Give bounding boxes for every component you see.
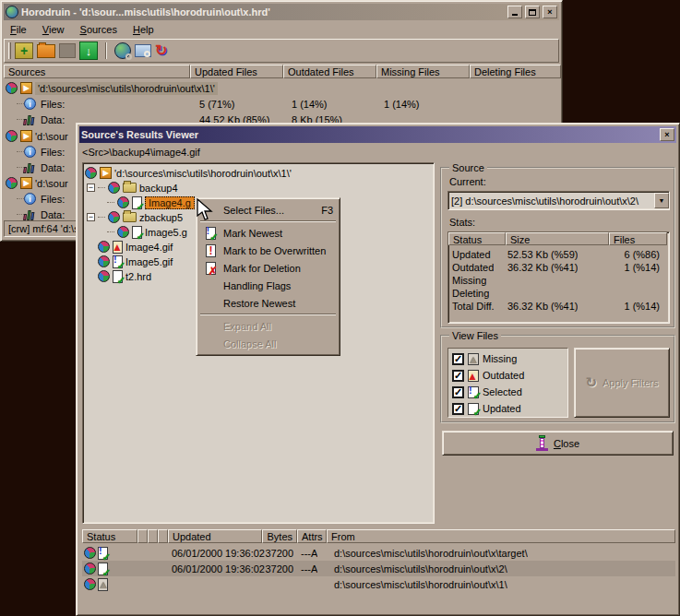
tree-root[interactable]: ▶ 'd:\sources\misc\utils\horodruin\out\x… <box>85 165 432 181</box>
file-updated-icon: ✓ <box>113 270 123 283</box>
view-files-group: View Files ✓ ▲ Missing ✓ ▲ Outdated ✓ !✓… <box>440 335 675 423</box>
col-missing-files[interactable]: Missing Files <box>376 65 470 78</box>
stats-col-size[interactable]: Size <box>506 232 609 245</box>
col-sources[interactable]: Sources <box>4 65 190 78</box>
close-button[interactable]: Close <box>442 431 674 456</box>
selected-file-label: Image4.g <box>145 196 195 209</box>
main-window-title: Horodruin - 'd:\sour...misc\utils\horodr… <box>21 6 505 18</box>
stats-row-outdated: Outdated 36.32 Kb (%41) 1 (%14) <box>448 261 667 274</box>
checkbox-missing[interactable]: ✓ ▲ Missing <box>452 350 564 367</box>
maximize-button[interactable] <box>525 6 540 18</box>
result-row-1[interactable]: !✓ 06/01/2000 19:36:02 37200 ---A d:\sou… <box>82 545 675 561</box>
checkbox[interactable]: ✓ <box>452 403 464 415</box>
files-label: Files: <box>41 147 65 158</box>
exit-door-icon <box>536 435 548 451</box>
res-col-blank3[interactable] <box>158 529 168 543</box>
source-row[interactable]: ▶ 'd:\sources\misc\utils\horodruin\out\x… <box>6 80 559 96</box>
source-group-title: Source <box>449 162 487 173</box>
main-titlebar[interactable]: Horodruin - 'd:\sour...misc\utils\horodr… <box>4 4 559 20</box>
stats-row-deleting: Deleting <box>448 287 667 300</box>
menu-mark-deletion[interactable]: ✗ Mark for Deletion <box>199 259 337 277</box>
res-col-updated[interactable]: Updated <box>168 529 262 543</box>
mark-deletion-icon: ✗ <box>206 262 216 275</box>
res-col-bytes[interactable]: Bytes <box>262 529 297 543</box>
apply-filters-button[interactable]: ↻ Apply Filters <box>574 348 670 418</box>
file-updated-icon: ✓ <box>98 563 108 575</box>
toolbar-separator <box>105 42 107 59</box>
res-col-blank1[interactable] <box>137 529 148 543</box>
add-source-button[interactable]: + <box>15 42 33 59</box>
source-badge-icon: ▶ <box>20 130 32 142</box>
files-outdated: 1 (14%) <box>292 99 328 110</box>
stats-row-updated: Updated 52.53 Kb (%59) 6 (%86) <box>448 248 667 261</box>
res-col-status[interactable]: Status <box>82 529 137 543</box>
pie-icon <box>98 270 110 282</box>
menu-handling-flags[interactable]: Handling Flags <box>199 277 337 294</box>
export-button[interactable]: ↓ <box>79 41 98 60</box>
res-col-attrs[interactable]: Attrs <box>297 529 327 543</box>
col-outdated-files[interactable]: Outdated Files <box>283 65 376 78</box>
preview-search-icon[interactable] <box>135 44 151 57</box>
current-source-combobox[interactable]: [2] d:\sources\misc\utils\horodruin\out\… <box>447 191 670 210</box>
pie-icon <box>108 211 120 223</box>
main-menubar: File View Sources Help <box>4 22 559 38</box>
apply-filters-icon: ↻ <box>585 374 597 391</box>
checkbox-outdated[interactable]: ✓ ▲ Outdated <box>452 367 564 384</box>
stats-col-status[interactable]: Status <box>448 232 506 245</box>
mark-newest-icon: !✓ <box>206 227 216 240</box>
menu-help[interactable]: Help <box>126 22 161 37</box>
result-row-2[interactable]: ✓ 06/01/2000 19:36:02 37200 ---A d:\sour… <box>82 561 675 576</box>
combobox-dropdown-button[interactable]: ▼ <box>654 193 669 208</box>
menu-mark-overwritten[interactable]: ! Mark to be Overwritten <box>199 242 337 259</box>
menu-file[interactable]: File <box>4 22 33 37</box>
res-col-blank2[interactable] <box>148 529 158 543</box>
collapse-box[interactable]: − <box>87 184 95 192</box>
source-path: 'd:\sour <box>35 178 68 189</box>
breadcrumb: <Src>\backup4\image4.gif <box>82 147 673 160</box>
stats-col-files[interactable]: Files <box>609 232 667 245</box>
folder-icon <box>123 183 137 193</box>
res-col-from[interactable]: From <box>327 529 675 543</box>
checkbox-selected[interactable]: ✓ !✓ Selected <box>452 384 564 400</box>
file-selected-icon: !✓ <box>113 255 123 268</box>
files-updated: 5 (71%) <box>199 99 235 110</box>
results-table: Status Updated Bytes Attrs From !✓ 06/01… <box>82 529 675 607</box>
dialog-close-x[interactable]: × <box>660 128 674 141</box>
pie-icon <box>6 177 18 189</box>
minimize-button[interactable] <box>507 6 522 18</box>
menu-sources[interactable]: Sources <box>74 22 124 37</box>
toolbar-grip[interactable] <box>8 42 11 59</box>
tree-item-backup4[interactable]: − backup4 <box>87 180 434 195</box>
statusbar-text: [crw] mf:64 'd:\s <box>8 223 79 234</box>
missing-icon: ▲ <box>468 353 479 365</box>
pie-icon <box>6 82 18 94</box>
collapse-box[interactable]: − <box>87 213 95 221</box>
result-row-3[interactable]: ▲ d:\sources\misc\utils\horodruin\out\x\… <box>82 576 675 592</box>
files-label: Files: <box>41 99 65 110</box>
checkbox[interactable]: ✓ <box>452 353 464 365</box>
file-updated-icon: ✓ <box>132 226 142 239</box>
open-folder-button[interactable] <box>37 44 55 58</box>
col-updated-files[interactable]: Updated Files <box>190 65 283 78</box>
stats-label: Stats: <box>449 217 475 228</box>
stats-row-totaldiff: Total Diff. 36.32 Kb (%41) 1 (%14) <box>448 300 667 313</box>
menu-select-files[interactable]: Select Files... F3 <box>199 201 337 219</box>
checkbox-updated[interactable]: ✓ ✓ Updated <box>452 400 564 417</box>
refresh-sync-icon[interactable]: ↻ <box>155 43 167 58</box>
menu-mark-newest[interactable]: !✓ Mark Newest <box>199 224 337 242</box>
selected-icon: !✓ <box>468 386 479 398</box>
checkbox[interactable]: ✓ <box>452 386 464 398</box>
menu-restore-newest[interactable]: Restore Newest <box>199 294 337 312</box>
menu-expand-all: Expand All <box>199 317 337 335</box>
close-button-main[interactable]: × <box>543 6 557 18</box>
view-files-checklist: ✓ ▲ Missing ✓ ▲ Outdated ✓ !✓ Selected ✓… <box>447 348 568 418</box>
pie-icon <box>117 226 129 238</box>
outdated-icon: ▲ <box>468 370 479 382</box>
checkbox[interactable]: ✓ <box>452 370 464 382</box>
dialog-titlebar[interactable]: Source's Results Viewer × <box>79 126 676 143</box>
files-row[interactable]: i Files: 5 (71%) 1 (14%) 1 (14%) <box>4 96 557 112</box>
menu-view[interactable]: View <box>36 22 71 37</box>
col-deleting-files[interactable]: Deleting Files <box>470 65 561 78</box>
current-label: Current: <box>449 176 486 187</box>
scan-globe-icon[interactable] <box>114 42 131 59</box>
